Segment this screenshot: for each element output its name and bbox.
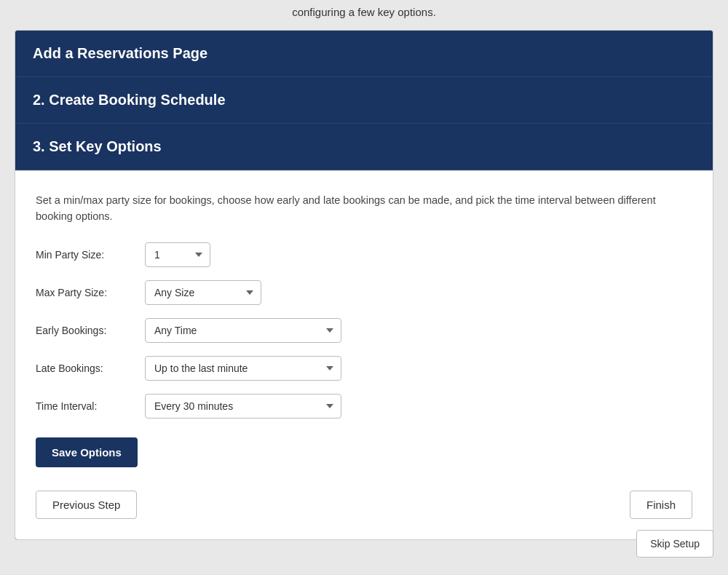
early-bookings-label: Early Bookings: (36, 325, 145, 336)
accordion-item-3: 3. Set Key Options Set a min/max party s… (15, 124, 713, 539)
accordion-wrapper: Add a Reservations Page 2. Create Bookin… (15, 30, 713, 540)
early-bookings-select[interactable]: Any Time 1 hour 2 hours 1 day 1 week (145, 318, 341, 343)
min-party-size-row: Min Party Size: 1 2 3 4 5 (36, 242, 692, 267)
late-bookings-select[interactable]: Up to the last minute 1 hour before 2 ho… (145, 356, 341, 381)
time-interval-row: Time Interval: Every 15 minutes Every 30… (36, 394, 692, 419)
accordion-header-key-options[interactable]: 3. Set Key Options (15, 124, 713, 170)
skip-setup-button[interactable]: Skip Setup (636, 530, 713, 558)
min-party-size-select[interactable]: 1 2 3 4 5 (145, 242, 210, 267)
accordion-item-2: 2. Create Booking Schedule (15, 77, 713, 124)
late-bookings-label: Late Bookings: (36, 362, 145, 374)
min-party-size-label: Min Party Size: (36, 249, 145, 261)
early-bookings-row: Early Bookings: Any Time 1 hour 2 hours … (36, 318, 692, 343)
save-options-button[interactable]: Save Options (36, 437, 138, 467)
content-panel: Set a min/max party size for bookings, c… (15, 170, 713, 539)
description-text: Set a min/max party size for bookings, c… (36, 193, 692, 225)
max-party-size-label: Max Party Size: (36, 287, 145, 298)
max-party-size-select[interactable]: Any Size 2 4 6 8 10 (145, 280, 261, 305)
late-bookings-row: Late Bookings: Up to the last minute 1 h… (36, 356, 692, 381)
finish-button[interactable]: Finish (630, 491, 692, 519)
top-description: configuring a few key options. (15, 0, 713, 30)
accordion-header-reservations[interactable]: Add a Reservations Page (15, 31, 713, 77)
accordion-item-1: Add a Reservations Page (15, 31, 713, 77)
accordion-header-booking[interactable]: 2. Create Booking Schedule (15, 77, 713, 124)
nav-buttons: Previous Step Finish (36, 485, 692, 519)
previous-step-button[interactable]: Previous Step (36, 491, 137, 519)
time-interval-label: Time Interval: (36, 400, 145, 412)
max-party-size-row: Max Party Size: Any Size 2 4 6 8 10 (36, 280, 692, 305)
time-interval-select[interactable]: Every 15 minutes Every 30 minutes Every … (145, 394, 341, 419)
